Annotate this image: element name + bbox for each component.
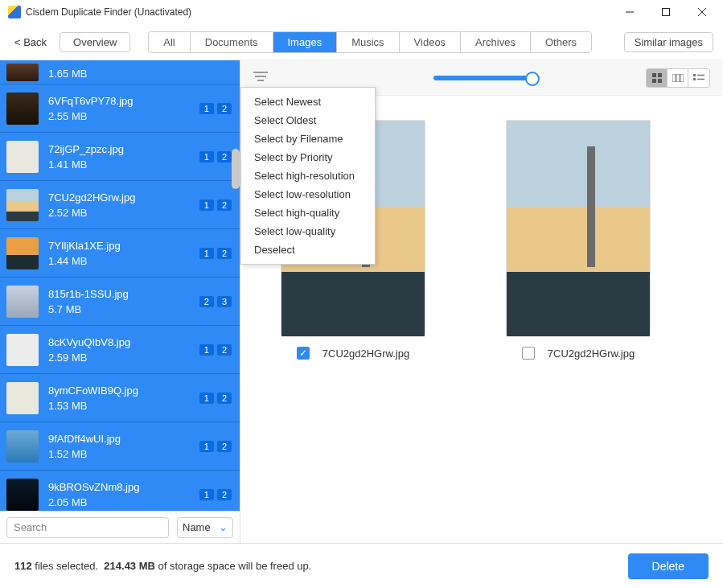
duplicate-badge[interactable]: 1 xyxy=(199,393,214,404)
window-title: Cisdem Duplicate Finder (Unactivated) xyxy=(26,6,611,18)
tab-archives[interactable]: Archives xyxy=(461,32,531,52)
selection-stats: 112 files selected. 214.43 MB of storage… xyxy=(14,560,311,572)
file-thumbnail xyxy=(6,93,39,125)
preview-card[interactable]: 7CU2gd2HGrw.jpg xyxy=(506,120,651,519)
tab-all[interactable]: All xyxy=(149,32,190,52)
chevron-down-icon: ⌄ xyxy=(219,521,228,533)
view-columns-button[interactable] xyxy=(668,69,688,87)
close-button[interactable] xyxy=(684,0,720,24)
duplicate-badge[interactable]: 1 xyxy=(199,151,214,162)
file-thumbnail xyxy=(6,286,39,318)
tab-videos[interactable]: Videos xyxy=(400,32,462,52)
file-item[interactable]: 7CU2gd2HGrw.jpg2.52 MB12 xyxy=(0,181,240,229)
file-name: 72ijGP_zpzc.jpg xyxy=(48,143,199,155)
file-size: 1.52 MB xyxy=(48,448,199,460)
duplicate-badge[interactable]: 1 xyxy=(199,248,214,259)
similar-images-button[interactable]: Similar images xyxy=(624,32,713,52)
duplicate-badge[interactable]: 2 xyxy=(217,441,232,452)
zoom-slider[interactable] xyxy=(433,76,530,80)
duplicate-badge[interactable]: 1 xyxy=(199,344,214,356)
duplicate-badge[interactable]: 2 xyxy=(199,296,214,307)
duplicate-badge[interactable]: 1 xyxy=(199,489,214,500)
content-area: 1.65 MB6VFqT6vPY78.jpg2.55 MB1272ijGP_zp… xyxy=(0,60,723,543)
tab-documents[interactable]: Documents xyxy=(191,32,273,52)
toolbar: < Back Overview AllDocumentsImagesMusics… xyxy=(0,24,723,60)
context-menu-item[interactable]: Select high-resolution xyxy=(241,167,375,185)
preview-filename: 7CU2gd2HGrw.jpg xyxy=(548,347,635,360)
file-item[interactable]: 6VFqT6vPY78.jpg2.55 MB12 xyxy=(0,84,240,133)
preview-image xyxy=(506,120,651,337)
file-item[interactable]: 72ijGP_zpzc.jpg1.41 MB12 xyxy=(0,133,240,181)
category-tabs: AllDocumentsImagesMusicsVideosArchivesOt… xyxy=(148,31,592,53)
search-input[interactable]: Search xyxy=(6,517,169,538)
footer: 112 files selected. 214.43 MB of storage… xyxy=(0,543,723,588)
sort-select-label: Name xyxy=(183,521,211,533)
duplicate-badge[interactable]: 2 xyxy=(217,151,232,162)
overview-button[interactable]: Overview xyxy=(60,32,130,52)
context-menu-item[interactable]: Select low-quality xyxy=(241,222,375,241)
file-item[interactable]: 8ymCFoWIB9Q.jpg1.53 MB12 xyxy=(0,374,240,422)
svg-rect-13 xyxy=(680,74,684,82)
minimize-button[interactable] xyxy=(611,0,647,24)
app-logo-icon xyxy=(8,6,21,19)
file-item[interactable]: 9kBROSvZNm8.jpg2.05 MB12 xyxy=(0,471,240,511)
preview-filename: 7CU2gd2HGrw.jpg xyxy=(322,347,409,360)
file-name: 6VFqT6vPY78.jpg xyxy=(48,95,199,107)
file-item[interactable]: 1.65 MB xyxy=(0,60,240,84)
file-name: 815r1b-1SSU.jpg xyxy=(48,288,199,300)
filter-menu-icon[interactable] xyxy=(253,71,268,85)
sort-select[interactable]: Name ⌄ xyxy=(177,517,233,538)
freed-size: 214.43 MB xyxy=(104,560,155,572)
main-panel: Select NewestSelect OldestSelect by File… xyxy=(240,60,723,543)
context-menu-item[interactable]: Deselect xyxy=(241,241,375,259)
select-checkbox[interactable] xyxy=(297,347,310,360)
tab-musics[interactable]: Musics xyxy=(337,32,399,52)
file-thumbnail xyxy=(6,430,39,463)
tab-others[interactable]: Others xyxy=(531,32,591,52)
duplicate-badge[interactable]: 2 xyxy=(217,393,232,404)
file-size: 2.59 MB xyxy=(48,352,199,364)
context-menu-item[interactable]: Select by Priority xyxy=(241,148,375,167)
duplicate-badge[interactable]: 2 xyxy=(217,344,232,356)
duplicate-badge[interactable]: 2 xyxy=(217,199,232,211)
file-list[interactable]: 1.65 MB6VFqT6vPY78.jpg2.55 MB1272ijGP_zp… xyxy=(0,60,240,511)
context-menu-item[interactable]: Select high-quality xyxy=(241,204,375,222)
file-size: 1.44 MB xyxy=(48,255,199,267)
context-menu-item[interactable]: Select low-resolution xyxy=(241,185,375,204)
file-size: 1.41 MB xyxy=(48,158,199,171)
file-item[interactable]: 815r1b-1SSU.jpg5.7 MB23 xyxy=(0,278,240,326)
file-item[interactable]: 7YIljKla1XE.jpg1.44 MB12 xyxy=(0,229,240,278)
duplicate-badge[interactable]: 1 xyxy=(199,199,214,211)
svg-rect-10 xyxy=(658,79,662,83)
delete-button[interactable]: Delete xyxy=(628,553,709,579)
svg-rect-16 xyxy=(693,78,696,80)
view-list-button[interactable] xyxy=(688,69,709,87)
duplicate-badge[interactable]: 3 xyxy=(217,296,232,307)
view-grid-button[interactable] xyxy=(647,69,668,87)
file-size: 2.55 MB xyxy=(48,110,199,122)
tab-images[interactable]: Images xyxy=(273,32,338,52)
back-button[interactable]: < Back xyxy=(10,33,51,51)
svg-rect-12 xyxy=(676,74,680,82)
svg-rect-1 xyxy=(662,9,669,16)
context-menu-item[interactable]: Select Newest xyxy=(241,93,375,111)
file-name: 7YIljKla1XE.jpg xyxy=(48,240,199,252)
file-name: 8ymCFoWIB9Q.jpg xyxy=(48,384,199,397)
file-thumbnail xyxy=(6,479,39,511)
context-menu-item[interactable]: Select Oldest xyxy=(241,111,375,130)
view-mode-buttons xyxy=(646,68,710,88)
duplicate-badge[interactable]: 2 xyxy=(217,103,232,114)
maximize-button[interactable] xyxy=(647,0,684,24)
select-checkbox[interactable] xyxy=(522,347,535,360)
scrollbar-thumb[interactable] xyxy=(232,149,240,189)
duplicate-badge[interactable]: 2 xyxy=(217,248,232,259)
file-item[interactable]: 9fAfDff4wUI.jpg1.52 MB12 xyxy=(0,422,240,471)
duplicate-badge[interactable]: 2 xyxy=(217,489,232,500)
file-size: 2.52 MB xyxy=(48,207,199,219)
file-item[interactable]: 8cKVyuQIbV8.jpg2.59 MB12 xyxy=(0,326,240,374)
duplicate-badge[interactable]: 1 xyxy=(199,441,214,452)
context-menu-item[interactable]: Select by Filename xyxy=(241,130,375,148)
svg-rect-7 xyxy=(652,73,656,77)
duplicate-badge[interactable]: 1 xyxy=(199,103,214,114)
file-size: 1.53 MB xyxy=(48,400,199,412)
